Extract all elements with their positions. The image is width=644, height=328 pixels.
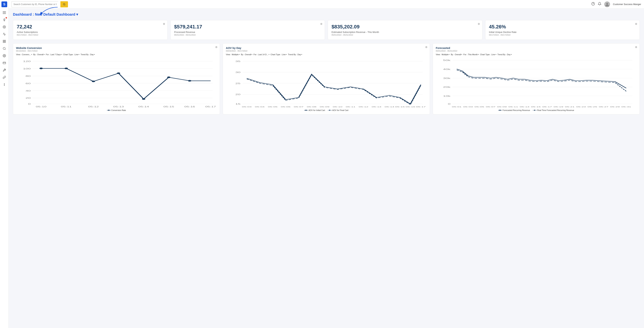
svg-text:20: 20	[26, 97, 30, 99]
stat-card-1: ⚙ $579,241.17 Processed Revenue 05/01/20…	[170, 20, 325, 40]
svg-text:05-17: 05-17	[542, 106, 552, 108]
content-area: Dashboard : New Default Dashboard ▾ ⚙ 72…	[9, 9, 644, 328]
svg-point-121	[534, 110, 535, 111]
svg-point-19	[63, 3, 65, 5]
svg-point-18	[4, 85, 4, 86]
stat-value-0: 72,242	[17, 24, 164, 30]
search-nav-icon[interactable]	[1, 45, 8, 52]
svg-point-50	[92, 80, 95, 82]
svg-text:05-04: 05-04	[255, 106, 265, 108]
svg-text:30k: 30k	[443, 77, 450, 79]
svg-text:05-23: 05-23	[576, 106, 586, 108]
stat-value-1: $579,241.17	[174, 24, 321, 30]
chart-legend-conversion: Conversion Rate	[16, 109, 217, 111]
chart-gear-forecasted[interactable]: ⚙	[635, 46, 637, 48]
stat-date-0: 05/17/2022 - 05/17/2022	[17, 34, 164, 36]
svg-text:05-27: 05-27	[599, 106, 608, 108]
legend-realtime-forecasted: Real Time Forecasted Recurring Revenue	[533, 109, 574, 111]
chart-date-aov: 05/03/2022 - 05/17/2022	[226, 50, 427, 52]
notification-badge	[6, 17, 7, 18]
user-name-label: Customer Success Manger	[613, 3, 641, 6]
legend-conversion-rate: Conversion Rate	[107, 109, 126, 111]
svg-text:05-01: 05-01	[452, 106, 462, 108]
by-control[interactable]: By : Overall▾	[33, 54, 45, 56]
avatar[interactable]	[604, 2, 610, 7]
rocket-icon[interactable]	[1, 16, 8, 23]
svg-text:0: 0	[448, 103, 450, 105]
chart-gear-conversion[interactable]: ⚙	[215, 46, 218, 48]
chart-controls-forecasted: View : Multiple▾ By : Overall▾ For : Thi…	[436, 54, 637, 56]
view-control-aov[interactable]: View : Multiple▾	[226, 54, 240, 56]
svg-text:25: 25	[235, 82, 240, 84]
svg-rect-14	[3, 62, 6, 64]
notification-icon[interactable]	[598, 2, 602, 6]
stat-gear-2[interactable]: ⚙	[478, 22, 480, 25]
trend-by-control[interactable]: Trend By : Day▾	[80, 54, 95, 56]
svg-text:05-08: 05-08	[307, 106, 316, 108]
card-nav-icon[interactable]	[1, 60, 8, 66]
view-control[interactable]: View : Convers...▾	[16, 54, 32, 56]
svg-rect-4	[3, 14, 6, 14]
search-input[interactable]	[12, 1, 58, 7]
svg-text:05-07: 05-07	[486, 106, 496, 108]
logo[interactable]: S	[2, 2, 7, 7]
sidebar: S	[0, 0, 9, 328]
chart-legend-aov: AOV for Initial Cart AOV for Final Cart	[226, 109, 427, 111]
svg-point-87	[329, 110, 330, 111]
header-right: Customer Success Manger	[591, 2, 641, 7]
svg-text:05-11: 05-11	[508, 106, 518, 108]
search-button[interactable]	[60, 1, 68, 7]
svg-text:05-15: 05-15	[164, 106, 174, 108]
chart-title-aov: AOV by Day	[226, 46, 427, 50]
chart-nav-icon[interactable]	[1, 31, 8, 38]
svg-text:05-09: 05-09	[497, 106, 507, 108]
gear-nav-icon[interactable]	[1, 52, 8, 59]
svg-text:05-16: 05-16	[406, 106, 415, 108]
conversion-chart-svg: 120 100 80 60 40 20 0 05-10 05-11 05-12 …	[16, 57, 217, 108]
stat-gear-1[interactable]: ⚙	[320, 22, 322, 25]
by-control-forecasted[interactable]: By : Overall▾	[451, 54, 462, 56]
svg-rect-8	[4, 40, 6, 41]
trend-by-control-forecasted[interactable]: Trend By : Day▾	[498, 54, 512, 56]
stat-gear-0[interactable]: ⚙	[163, 22, 165, 25]
stat-date-2: 05/01/2022 - 05/31/2022	[332, 34, 478, 36]
svg-point-49	[64, 68, 68, 69]
svg-point-11	[3, 47, 5, 50]
stat-label-3: Initial Unique Decline Rate	[489, 31, 636, 34]
box-nav-icon[interactable]	[1, 38, 8, 44]
chart-type-control[interactable]: Chart Type : Line▾	[63, 54, 80, 56]
forecasted-chart-svg: 50k 40k 30k 20k 10k 0 05-01 05-03 05-05 …	[436, 57, 637, 108]
for-control-forecasted[interactable]: For : This Month▾	[463, 54, 479, 56]
more-nav-icon[interactable]	[1, 81, 8, 88]
svg-point-6	[4, 26, 5, 28]
svg-rect-10	[4, 42, 6, 42]
svg-text:05-03: 05-03	[463, 106, 473, 108]
stat-gear-3[interactable]: ⚙	[635, 22, 637, 25]
for-control-aov[interactable]: For : Last 14 D...▾	[254, 54, 270, 56]
chart-type-control-forecasted[interactable]: Chart Type : Line▾	[480, 54, 496, 56]
help-icon[interactable]	[591, 2, 595, 6]
by-control-aov[interactable]: By : Overall▾	[241, 54, 252, 56]
view-control-forecasted[interactable]: View : Multiple▾	[436, 54, 450, 56]
chart-gear-aov[interactable]: ⚙	[425, 46, 428, 48]
for-control[interactable]: For : Last 7 Days▾	[46, 54, 62, 56]
wrench-nav-icon[interactable]	[1, 67, 8, 73]
chart-type-control-aov[interactable]: Chart Type : Line▾	[270, 54, 287, 56]
chart-legend-forecasted: Forecasted Recurring Revenue Real Time F…	[436, 109, 637, 111]
svg-point-54	[188, 80, 192, 82]
svg-text:05-13: 05-13	[372, 106, 382, 108]
svg-text:05-07: 05-07	[294, 106, 304, 108]
svg-text:05-25: 05-25	[587, 106, 597, 108]
dashboard-dropdown-arrow[interactable]: ▾	[76, 12, 78, 16]
stat-value-2: $835,202.09	[332, 24, 478, 30]
svg-text:05-12: 05-12	[359, 106, 368, 108]
svg-text:05-21: 05-21	[565, 106, 574, 108]
menu-toggle-icon[interactable]	[1, 9, 8, 16]
circle-nav-icon[interactable]	[1, 24, 8, 30]
dashboard-name[interactable]: New Default Dashboard	[35, 12, 75, 16]
trend-by-control-aov[interactable]: Trend By : Day▾	[288, 54, 302, 56]
chart-title-conversion: Website Conversion	[16, 46, 217, 50]
stat-label-2: Estimated Subscription Revenue - This Mo…	[332, 31, 478, 34]
legend-forecasted-recurring: Forecasted Recurring Revenue	[498, 109, 530, 111]
link-nav-icon[interactable]	[1, 74, 8, 80]
